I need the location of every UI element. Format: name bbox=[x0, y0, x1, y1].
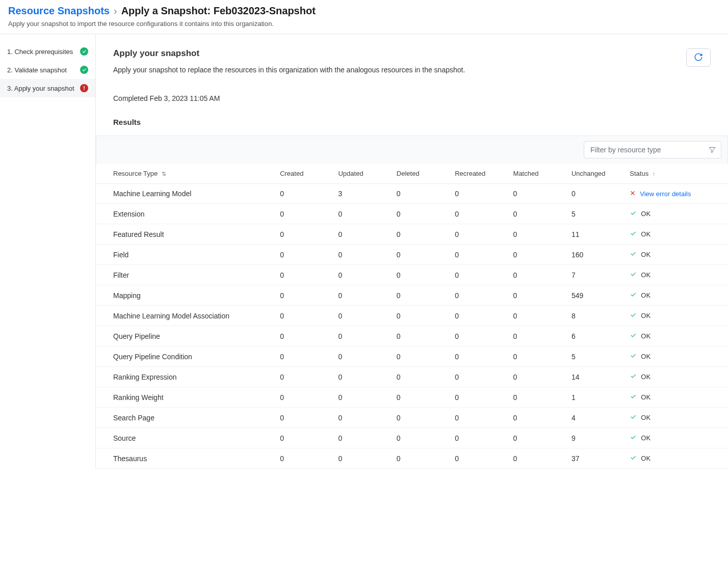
cell-status: OK bbox=[623, 408, 728, 428]
cell-deleted: 0 bbox=[391, 265, 449, 285]
cell-deleted: 0 bbox=[391, 184, 449, 204]
cell-created: 0 bbox=[274, 265, 332, 285]
cell-status: OK bbox=[623, 346, 728, 367]
cell-unchanged: 1 bbox=[565, 387, 623, 408]
cell-created: 0 bbox=[274, 408, 332, 428]
cell-recreated: 0 bbox=[449, 245, 507, 265]
main-content: Apply your snapshot Apply your snapshot … bbox=[96, 34, 728, 469]
step-item[interactable]: 3. Apply your snapshot! bbox=[0, 79, 95, 97]
cell-deleted: 0 bbox=[391, 367, 449, 387]
status-ok-text: OK bbox=[641, 434, 651, 442]
cell-matched: 0 bbox=[507, 326, 565, 346]
cell-updated: 0 bbox=[332, 387, 390, 408]
check-icon bbox=[630, 413, 637, 422]
x-icon bbox=[630, 190, 636, 198]
breadcrumb-current: Apply a Snapshot: Feb032023-Snapshot bbox=[121, 5, 316, 17]
cell-updated: 0 bbox=[332, 326, 390, 346]
cell-recreated: 0 bbox=[449, 265, 507, 285]
sort-asc-icon: ↑ bbox=[653, 171, 656, 177]
cell-recreated: 0 bbox=[449, 184, 507, 204]
filter-input[interactable] bbox=[584, 141, 721, 158]
check-icon bbox=[630, 393, 637, 402]
cell-matched: 0 bbox=[507, 245, 565, 265]
col-status[interactable]: Status ↑ bbox=[623, 164, 728, 184]
cell-status: OK bbox=[623, 245, 728, 265]
table-row: Query Pipeline000006OK bbox=[96, 326, 728, 346]
page-header: Resource Snapshots › Apply a Snapshot: F… bbox=[0, 0, 728, 34]
cell-unchanged: 6 bbox=[565, 326, 623, 346]
status-ok-text: OK bbox=[641, 312, 651, 319]
chevron-right-icon: › bbox=[114, 5, 117, 17]
cell-matched: 0 bbox=[507, 285, 565, 306]
cell-type: Thesaurus bbox=[96, 448, 274, 469]
table-row: Extension000005OK bbox=[96, 204, 728, 224]
cell-deleted: 0 bbox=[391, 326, 449, 346]
cell-recreated: 0 bbox=[449, 326, 507, 346]
status-ok-text: OK bbox=[641, 230, 651, 238]
cell-created: 0 bbox=[274, 245, 332, 265]
cell-updated: 0 bbox=[332, 346, 390, 367]
cell-matched: 0 bbox=[507, 387, 565, 408]
check-icon bbox=[630, 372, 637, 381]
cell-deleted: 0 bbox=[391, 204, 449, 224]
cell-deleted: 0 bbox=[391, 448, 449, 469]
cell-type: Machine Learning Model bbox=[96, 184, 274, 204]
cell-updated: 0 bbox=[332, 285, 390, 306]
cell-deleted: 0 bbox=[391, 408, 449, 428]
cell-unchanged: 9 bbox=[565, 428, 623, 448]
cell-created: 0 bbox=[274, 346, 332, 367]
refresh-button[interactable] bbox=[686, 48, 711, 67]
cell-type: Query Pipeline Condition bbox=[96, 346, 274, 367]
col-recreated[interactable]: Recreated bbox=[449, 164, 507, 184]
breadcrumb-parent-link[interactable]: Resource Snapshots bbox=[8, 5, 110, 17]
table-row: Mapping00000549OK bbox=[96, 285, 728, 306]
check-icon bbox=[630, 209, 637, 218]
col-updated[interactable]: Updated bbox=[332, 164, 390, 184]
table-row: Ranking Weight000001OK bbox=[96, 387, 728, 408]
step-item[interactable]: 1. Check prerequisites bbox=[0, 42, 95, 61]
status-ok-text: OK bbox=[641, 332, 651, 340]
cell-recreated: 0 bbox=[449, 448, 507, 469]
cell-type: Query Pipeline bbox=[96, 326, 274, 346]
cell-recreated: 0 bbox=[449, 306, 507, 326]
cell-updated: 0 bbox=[332, 367, 390, 387]
view-error-details-link[interactable]: View error details bbox=[640, 190, 691, 198]
col-resource-type[interactable]: Resource Type ⇅ bbox=[96, 164, 274, 184]
cell-deleted: 0 bbox=[391, 346, 449, 367]
cell-updated: 0 bbox=[332, 408, 390, 428]
filter-bar bbox=[96, 136, 728, 164]
col-matched[interactable]: Matched bbox=[507, 164, 565, 184]
cell-matched: 0 bbox=[507, 367, 565, 387]
main-description: Apply your snapshot to replace the resou… bbox=[113, 66, 465, 74]
cell-recreated: 0 bbox=[449, 408, 507, 428]
cell-updated: 3 bbox=[332, 184, 390, 204]
col-deleted[interactable]: Deleted bbox=[391, 164, 449, 184]
status-ok-text: OK bbox=[641, 393, 651, 401]
cell-created: 0 bbox=[274, 224, 332, 245]
cell-updated: 0 bbox=[332, 265, 390, 285]
cell-recreated: 0 bbox=[449, 346, 507, 367]
cell-recreated: 0 bbox=[449, 428, 507, 448]
cell-type: Featured Result bbox=[96, 224, 274, 245]
check-icon bbox=[630, 291, 637, 300]
cell-created: 0 bbox=[274, 204, 332, 224]
results-table: Resource Type ⇅ Created Updated Deleted … bbox=[96, 164, 728, 469]
cell-created: 0 bbox=[274, 428, 332, 448]
status-ok-text: OK bbox=[641, 414, 651, 421]
check-circle-icon bbox=[80, 47, 88, 56]
cell-recreated: 0 bbox=[449, 387, 507, 408]
status-ok-text: OK bbox=[641, 251, 651, 258]
table-row: Source000009OK bbox=[96, 428, 728, 448]
cell-updated: 0 bbox=[332, 245, 390, 265]
sort-icon: ⇅ bbox=[162, 171, 166, 177]
col-created[interactable]: Created bbox=[274, 164, 332, 184]
cell-matched: 0 bbox=[507, 224, 565, 245]
cell-unchanged: 5 bbox=[565, 204, 623, 224]
cell-updated: 0 bbox=[332, 306, 390, 326]
cell-matched: 0 bbox=[507, 408, 565, 428]
cell-created: 0 bbox=[274, 367, 332, 387]
table-row: Featured Result0000011OK bbox=[96, 224, 728, 245]
col-unchanged[interactable]: Unchanged bbox=[565, 164, 623, 184]
step-item[interactable]: 2. Validate snapshot bbox=[0, 61, 95, 79]
cell-unchanged: 8 bbox=[565, 306, 623, 326]
